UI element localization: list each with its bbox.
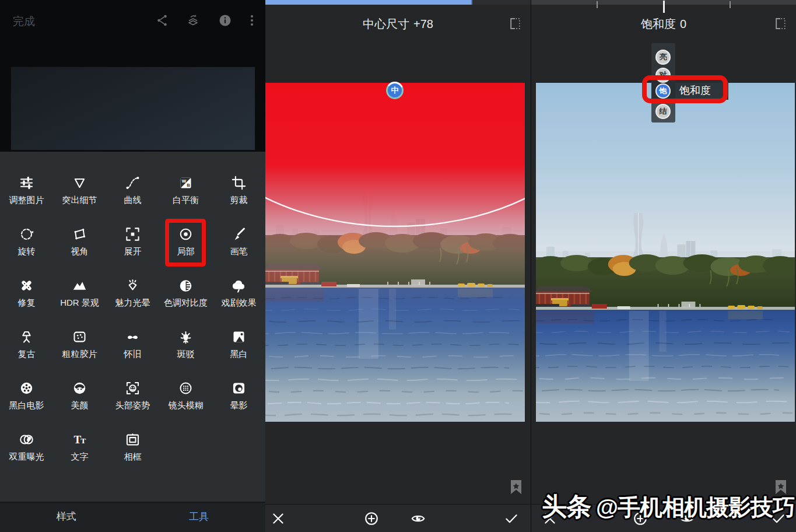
tool-rotate[interactable]: 旋转 xyxy=(0,216,53,267)
tab-styles[interactable]: 样式 xyxy=(0,503,133,532)
tool-retrolux[interactable]: 怀旧 xyxy=(106,318,159,370)
tool-label: 曲线 xyxy=(124,195,142,206)
adjust-menu-item-饱和度[interactable]: 饱 xyxy=(655,83,671,99)
tool-noir[interactable]: 黑白电影 xyxy=(0,370,53,421)
tool-vignette[interactable]: 晕影 xyxy=(212,370,265,421)
tool-drama[interactable]: 戏剧效果 xyxy=(212,267,265,318)
selective-edit-panel: 中心尺寸+78 中 xyxy=(265,0,531,532)
tool-label: HDR 景观 xyxy=(60,298,99,309)
tool-text[interactable]: TT文字 xyxy=(53,421,106,473)
tool-healing[interactable]: 修复 xyxy=(0,267,53,318)
slider-tick xyxy=(597,1,598,8)
more-menu-icon[interactable] xyxy=(245,13,259,27)
tool-expand[interactable]: 展开 xyxy=(106,216,159,267)
svg-text:B: B xyxy=(187,183,190,188)
double-exposure-icon xyxy=(19,432,34,447)
tool-label: 黑白 xyxy=(230,349,248,360)
close-icon[interactable] xyxy=(271,511,286,526)
portrait-icon xyxy=(72,380,87,396)
white-balance-icon: WB xyxy=(178,175,194,191)
grunge-icon xyxy=(178,329,194,345)
watermark-handle: @手机相机摄影技巧 xyxy=(596,495,795,520)
photo-canvas-selective[interactable] xyxy=(265,83,525,422)
frames-icon xyxy=(125,432,141,447)
selective-point-badge[interactable]: 中 xyxy=(386,82,404,99)
tool-tune[interactable]: 调整图片 xyxy=(0,164,53,216)
hdr-icon xyxy=(72,278,87,293)
compare-icon[interactable] xyxy=(507,16,523,32)
tool-tonal-contrast[interactable]: 色调对比度 xyxy=(159,267,212,318)
slider-progress-bar xyxy=(265,0,472,5)
watermark-text: 头条@手机相机摄影技巧 xyxy=(542,490,793,524)
tool-label: 展开 xyxy=(124,246,142,257)
tab-tools[interactable]: 工具 xyxy=(133,503,266,532)
svg-text:T: T xyxy=(80,436,86,444)
bookmark-star-icon[interactable] xyxy=(510,480,522,495)
healing-icon xyxy=(19,278,34,293)
confirm-icon[interactable] xyxy=(504,511,519,526)
info-icon[interactable] xyxy=(218,13,232,27)
value-slider-track[interactable] xyxy=(531,0,796,5)
tools-sheet: 调整图片突出细节曲线WB白平衡剪裁旋转视角展开局部画笔修复HDR 景观魅力光晕色… xyxy=(0,152,265,502)
saturation-edit-panel: 饱和度0 饱和度 亮对饱结 头条@手机相机摄影技巧 xyxy=(531,0,796,532)
tool-label: 相框 xyxy=(124,452,142,463)
tool-crop[interactable]: 剪裁 xyxy=(212,164,265,216)
tool-label: 镜头模糊 xyxy=(169,400,204,411)
compare-icon[interactable] xyxy=(773,16,788,32)
screenshot-stage: 完成 调整图片突出细节曲线WB白平衡剪裁旋转视角展开局部画笔修复HDR 景观魅力… xyxy=(0,0,796,532)
selected-adjust-label: 饱和度 xyxy=(679,81,728,100)
adjust-menu-item-亮[interactable]: 亮 xyxy=(655,50,671,65)
tool-vintage[interactable]: 复古 xyxy=(0,318,53,370)
black-white-icon xyxy=(231,329,247,345)
grainy-film-icon xyxy=(72,329,87,345)
tool-label: 双重曝光 xyxy=(9,452,44,463)
photo-canvas[interactable] xyxy=(536,83,795,422)
preview-eye-icon[interactable] xyxy=(411,511,426,526)
tool-head-pose[interactable]: 头部姿势 xyxy=(106,370,159,421)
tool-grainy-film[interactable]: 粗粒胶片 xyxy=(53,318,106,370)
perspective-icon xyxy=(72,226,87,242)
reedit-history-icon[interactable] xyxy=(186,13,200,27)
adjust-menu-item-对[interactable]: 对 xyxy=(655,68,671,83)
tool-label: 复古 xyxy=(18,349,36,360)
editor-toolbar xyxy=(265,504,531,532)
details-icon xyxy=(72,175,87,191)
tool-label: 粗粒胶片 xyxy=(62,349,97,360)
tool-label: 怀旧 xyxy=(124,349,142,360)
rotate-icon xyxy=(19,226,34,242)
vintage-icon xyxy=(19,329,34,345)
tool-label: 晕影 xyxy=(230,400,248,411)
lens-blur-icon xyxy=(178,380,194,396)
done-button[interactable]: 完成 xyxy=(13,14,35,29)
tool-label: 魅力光晕 xyxy=(115,298,150,309)
slider-track[interactable] xyxy=(265,0,531,5)
tool-perspective[interactable]: 视角 xyxy=(53,216,106,267)
tool-black-white[interactable]: 黑白 xyxy=(212,318,265,370)
tool-double-exposure[interactable]: 双重曝光 xyxy=(0,421,53,473)
tune-icon xyxy=(19,175,34,191)
svg-text:W: W xyxy=(182,178,187,183)
tool-label: 戏剧效果 xyxy=(222,298,257,309)
tool-label: 文字 xyxy=(71,452,89,463)
tools-panel: 完成 调整图片突出细节曲线WB白平衡剪裁旋转视角展开局部画笔修复HDR 景观魅力… xyxy=(0,0,265,532)
tool-white-balance[interactable]: WB白平衡 xyxy=(159,164,212,216)
tool-hdr[interactable]: HDR 景观 xyxy=(53,267,106,318)
tool-frames[interactable]: 相框 xyxy=(106,421,159,473)
tool-brush[interactable]: 画笔 xyxy=(212,216,265,267)
add-point-icon[interactable] xyxy=(364,511,379,526)
selective-point-label: 中 xyxy=(388,83,402,97)
tool-curves[interactable]: 曲线 xyxy=(106,164,159,216)
tool-lens-blur[interactable]: 镜头模糊 xyxy=(159,370,212,421)
adjust-menu-item-结[interactable]: 结 xyxy=(655,104,671,119)
edit-parameter-title: 饱和度0 xyxy=(531,16,796,32)
tonal-contrast-icon xyxy=(178,278,194,293)
share-icon[interactable] xyxy=(155,13,169,27)
tool-selective[interactable]: 局部 xyxy=(159,216,212,267)
tool-grunge[interactable]: 斑驳 xyxy=(159,318,212,370)
tool-label: 旋转 xyxy=(18,246,36,257)
tool-details[interactable]: 突出细节 xyxy=(53,164,106,216)
tool-label: 头部姿势 xyxy=(115,400,150,411)
tool-portrait[interactable]: 美颜 xyxy=(53,370,106,421)
tool-glamour[interactable]: 魅力光晕 xyxy=(106,267,159,318)
tools-grid: 调整图片突出细节曲线WB白平衡剪裁旋转视角展开局部画笔修复HDR 景观魅力光晕色… xyxy=(0,164,265,473)
